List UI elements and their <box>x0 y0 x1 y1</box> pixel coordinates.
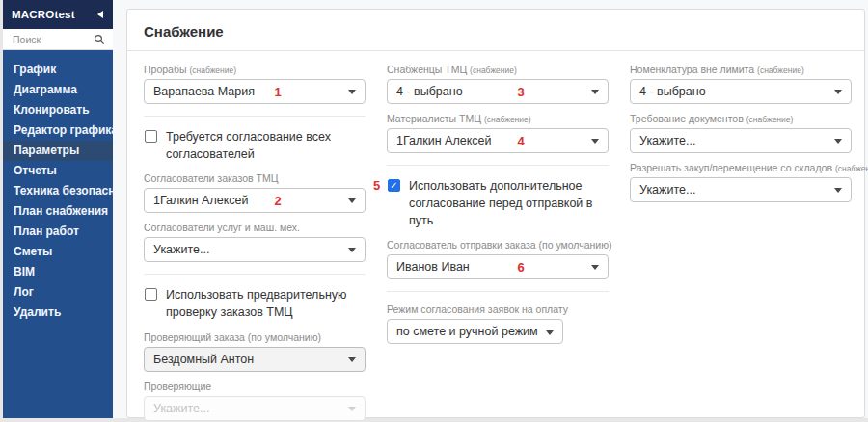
selected-value: Укажите... <box>639 134 695 147</box>
field-label: Требование документов (снабжение) <box>630 113 852 124</box>
supply-settings-form: Прорабы (снабжение)Варапаева Мария1Требу… <box>127 51 864 422</box>
field-label-text: Проверяющие <box>144 381 211 392</box>
chevron-down-icon <box>591 265 599 270</box>
payment-approval-mode-select[interactable]: по смете и ручной режим <box>387 319 563 344</box>
services-machinery-approvers-select-field: Согласователи услуг и маш. мех.Укажите..… <box>144 222 366 262</box>
tmc-order-approvers-select-field: Согласователи заказов ТМЦ1Галкин Алексей… <box>144 172 366 213</box>
field-label: Согласователь отправки заказа (по умолча… <box>387 239 609 251</box>
chevron-down-icon <box>348 407 356 411</box>
selected-value: Укажите... <box>639 183 695 197</box>
selected-value: Укажите... <box>153 402 209 415</box>
sidebar-item-4[interactable]: Редактор графика <box>3 120 113 141</box>
sidebar-item-10[interactable]: Сметы <box>3 242 113 262</box>
out-of-limit-nomenclature-select-field: Номенклатура вне лимита (снабжение)4 - в… <box>630 64 852 104</box>
field-label: Разрешать закуп/перемещение со складов (… <box>630 162 852 173</box>
divider <box>387 165 609 166</box>
divider <box>144 274 366 275</box>
default-order-checker-select-field: Проверяющий заказа (по умолчанию)Бездомн… <box>144 331 366 372</box>
field-label-text: Режим согласования заявок на оплату <box>387 303 568 315</box>
annotation-number: 2 <box>275 194 282 208</box>
tmc-materialists-select[interactable]: 1Галкин Алексей4 <box>387 128 609 153</box>
selected-value: по смете и ручной режим <box>396 325 538 338</box>
field-label-text: Разрешать закуп/перемещение со складов <box>630 162 832 173</box>
app-root: MACROtest ГрафикДиаграммаКлонироватьРеда… <box>3 0 868 418</box>
chevron-down-icon <box>591 90 599 94</box>
selected-value: 1Галкин Алексей <box>153 194 248 207</box>
page-title: Снабжение <box>127 10 864 51</box>
warehouse-purchase-transfer-select[interactable]: Укажите... <box>630 177 852 202</box>
preliminary-check-checkbox: Использовать предварительную проверку за… <box>144 286 366 321</box>
checkbox-icon[interactable] <box>145 130 157 143</box>
sidebar-item-1[interactable]: График <box>3 60 113 80</box>
field-label: Проверяющие <box>144 381 366 392</box>
selected-value: 1Галкин Алексей <box>396 134 491 147</box>
sidebar-item-3[interactable]: Клонировать <box>3 100 113 120</box>
sidebar-item-12[interactable]: Лог <box>3 282 113 303</box>
field-label: Материалисты ТМЦ (снабжение) <box>387 113 609 124</box>
form-column-2: Снабженцы ТМЦ (снабжение)4 - выбрано3Мат… <box>387 64 609 422</box>
documents-requirement-select-field: Требование документов (снабжение)Укажите… <box>630 113 852 153</box>
field-label: Проверяющий заказа (по умолчанию) <box>144 331 366 343</box>
divider <box>387 291 609 292</box>
field-label: Прорабы (снабжение) <box>144 64 366 75</box>
sidebar-item-9[interactable]: План работ <box>3 222 113 242</box>
sidebar-item-8[interactable]: План снабжения <box>3 201 113 222</box>
default-dispatch-approver-select[interactable]: Иванов Иван6 <box>387 254 609 279</box>
collapse-sidebar-icon[interactable] <box>94 11 103 18</box>
out-of-limit-nomenclature-select[interactable]: 4 - выбрано <box>630 79 852 104</box>
chevron-down-icon <box>546 330 554 335</box>
annotation-number: 3 <box>518 85 525 99</box>
tmc-suppliers-select[interactable]: 4 - выбрано3 <box>387 79 609 104</box>
checkbox-label: Использовать дополнительное согласование… <box>409 177 609 229</box>
sidebar-header: MACROtest <box>3 0 113 29</box>
chevron-down-icon <box>348 198 356 203</box>
sidebar-item-11[interactable]: BIM <box>3 262 113 282</box>
field-label-suffix: (снабжение) <box>757 66 804 75</box>
sidebar-item-7[interactable]: Техника безопасно... <box>3 181 113 201</box>
field-label-text: Согласователи заказов ТМЦ <box>144 172 279 184</box>
brand-logo: MACROtest <box>12 9 94 20</box>
form-column-1: Прорабы (снабжение)Варапаева Мария1Требу… <box>144 64 366 422</box>
field-label-suffix: (снабжение) <box>835 164 868 173</box>
search-icon <box>94 34 105 45</box>
chevron-down-icon <box>348 248 356 252</box>
annotation-number: 1 <box>275 85 282 99</box>
chevron-down-icon <box>348 90 356 94</box>
checkbox-icon[interactable] <box>145 288 157 301</box>
field-label: Согласователи услуг и маш. мех. <box>144 222 366 233</box>
field-label: Режим согласования заявок на оплату <box>387 303 609 315</box>
selected-value: 4 - выбрано <box>396 85 463 98</box>
chevron-down-icon <box>591 139 599 144</box>
field-label-suffix: (снабжение) <box>746 115 794 124</box>
selected-value: 4 - выбрано <box>639 85 706 98</box>
sidebar-menu: ГрафикДиаграммаКлонироватьРедактор графи… <box>3 50 113 323</box>
checkers-select: Укажите... <box>144 396 366 421</box>
checkbox-checked-icon[interactable]: ✓ <box>388 179 400 192</box>
chevron-down-icon <box>348 357 356 362</box>
field-label-text: Согласователи услуг и маш. мех. <box>144 222 300 233</box>
sidebar-item-5[interactable]: Параметры <box>3 141 113 161</box>
sidebar-item-13[interactable]: Удалить <box>3 303 113 323</box>
field-label-text: Согласователь отправки заказа (по умолча… <box>387 239 612 251</box>
tmc-suppliers-select-field: Снабженцы ТМЦ (снабжение)4 - выбрано3 <box>387 64 609 104</box>
search-input[interactable] <box>11 33 94 46</box>
documents-requirement-select[interactable]: Укажите... <box>630 128 852 153</box>
default-order-checker-select[interactable]: Бездомный Антон <box>144 347 366 372</box>
foremen-select-field: Прорабы (снабжение)Варапаева Мария1 <box>144 64 366 104</box>
foremen-select[interactable]: Варапаева Мария1 <box>144 79 366 104</box>
sidebar-item-6[interactable]: Отчеты <box>3 161 113 181</box>
default-dispatch-approver-select-field: Согласователь отправки заказа (по умолча… <box>387 239 609 279</box>
field-label-suffix: (снабжение) <box>484 115 531 124</box>
tmc-order-approvers-select[interactable]: 1Галкин Алексей2 <box>144 188 366 213</box>
sidebar: MACROtest ГрафикДиаграммаКлонироватьРеда… <box>3 0 113 418</box>
form-column-3: Номенклатура вне лимита (снабжение)4 - в… <box>630 64 852 422</box>
field-label-suffix: (снабжение) <box>470 66 517 75</box>
field-label-text: Материалисты ТМЦ <box>387 113 481 124</box>
field-label-suffix: (снабжение) <box>189 66 236 75</box>
field-label-text: Проверяющий заказа (по умолчанию) <box>144 331 321 343</box>
services-machinery-approvers-select[interactable]: Укажите... <box>144 237 366 262</box>
checkbox-label: Использовать предварительную проверку за… <box>166 286 366 321</box>
sidebar-item-2[interactable]: Диаграмма <box>3 80 113 100</box>
additional-dispatch-approval-checkbox: 5✓Использовать дополнительное согласован… <box>387 177 609 229</box>
chevron-down-icon <box>834 90 842 94</box>
